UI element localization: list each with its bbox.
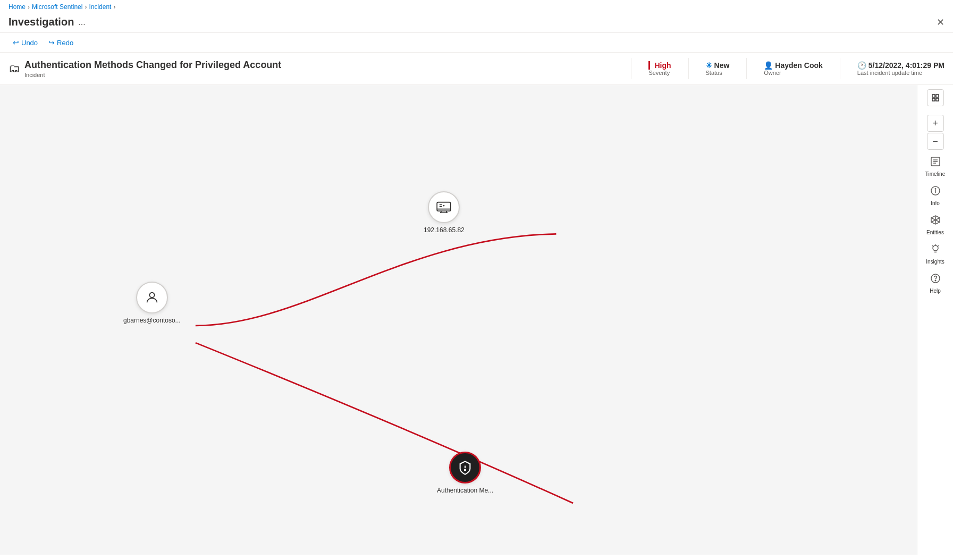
entities-label: Entities [926,230,944,235]
sidebar-help-button[interactable]: Help [918,269,952,298]
divider-3 [746,58,747,79]
owner-label: Owner [764,70,781,76]
time-label: Last incident update time [857,70,922,76]
status-value: New [714,61,730,70]
undo-label: Undo [21,39,38,47]
incident-title: Authentication Methods Changed for Privi… [24,60,281,71]
svg-point-0 [149,293,154,298]
svg-rect-11 [932,95,935,97]
node-alert-label: Authentication Me... [437,487,493,494]
divider-2 [688,58,689,79]
graph-area[interactable]: gbarnes@contoso... 192.168.65.82 [0,85,917,555]
svg-line-30 [938,245,939,247]
breadcrumb-sentinel[interactable]: Microsoft Sentinel [32,3,82,11]
fit-button[interactable] [927,89,944,106]
insights-label: Insights [926,259,944,265]
close-button[interactable]: ✕ [937,16,944,28]
node-user-circle [136,282,168,313]
svg-point-6 [444,206,444,206]
redo-icon: ↪ [48,38,55,47]
timeline-label: Timeline [925,171,945,177]
time-meta: 🕐 5/12/2022, 4:01:29 PM Last incident up… [857,61,944,76]
node-ip-label: 192.168.65.82 [424,226,465,234]
owner-meta: 👤 Hayden Cook Owner [764,61,822,76]
node-ip[interactable]: 192.168.65.82 [424,191,465,234]
svg-rect-1 [437,202,451,211]
time-icon: 🕐 [857,61,866,70]
svg-rect-12 [936,95,939,97]
svg-point-26 [933,245,938,251]
insights-icon [930,244,941,257]
page-header: Investigation ... ✕ [0,14,953,33]
svg-point-21 [935,189,936,190]
svg-rect-14 [936,98,939,101]
svg-rect-13 [932,98,935,101]
divider-1 [631,58,631,79]
incident-bar: 🗂 Authentication Methods Changed for Pri… [0,53,953,85]
severity-meta: High Severity [648,61,671,76]
incident-sub-label: Incident [24,72,281,78]
redo-button[interactable]: ↪ Redo [44,36,78,49]
divider-4 [840,58,840,79]
status-icon: ✳ [706,61,712,70]
info-icon [930,185,941,199]
help-label: Help [930,288,941,294]
sidebar-timeline-button[interactable]: Timeline [918,152,952,181]
zoom-in-button[interactable]: + [927,115,944,132]
incident-icon: 🗂 [9,62,20,75]
undo-button[interactable]: ↩ Undo [9,36,42,49]
owner-icon: 👤 [764,61,773,70]
info-label: Info [931,200,940,206]
status-meta: ✳ New Status [706,61,730,76]
node-user[interactable]: gbarnes@contoso... [123,282,181,324]
severity-bar-icon [648,61,650,70]
zoom-out-button[interactable]: − [927,133,944,150]
sidebar-insights-button[interactable]: Insights [918,240,952,269]
severity-value: High [654,61,671,70]
svg-point-10 [465,470,466,471]
timeline-icon [930,156,941,169]
main-layout: gbarnes@contoso... 192.168.65.82 [0,85,953,555]
entities-icon [930,215,941,228]
node-user-label: gbarnes@contoso... [123,317,181,324]
breadcrumb-incident[interactable]: Incident [89,3,111,11]
node-ip-circle [428,191,460,223]
breadcrumb-home[interactable]: Home [9,3,26,11]
svg-point-33 [935,280,936,281]
toolbar: ↩ Undo ↪ Redo [0,33,953,53]
node-alert[interactable]: Authentication Me... [437,452,493,494]
breadcrumb: Home › Microsoft Sentinel › Incident › [0,0,953,14]
severity-label: Severity [648,70,670,76]
status-label: Status [706,70,722,76]
sidebar-info-button[interactable]: Info [918,181,952,210]
sidebar-entities-button[interactable]: Entities [918,210,952,240]
node-alert-circle [449,452,481,483]
right-sidebar: + − Timeline [917,85,953,555]
time-value: 5/12/2022, 4:01:29 PM [868,61,944,70]
redo-label: Redo [57,39,73,47]
owner-value: Hayden Cook [775,61,822,70]
zoom-controls: + − [927,115,944,150]
help-icon [930,273,941,286]
svg-line-31 [932,245,933,247]
page-title: Investigation [9,16,74,28]
undo-icon: ↩ [13,38,19,47]
more-options-icon[interactable]: ... [78,18,85,27]
